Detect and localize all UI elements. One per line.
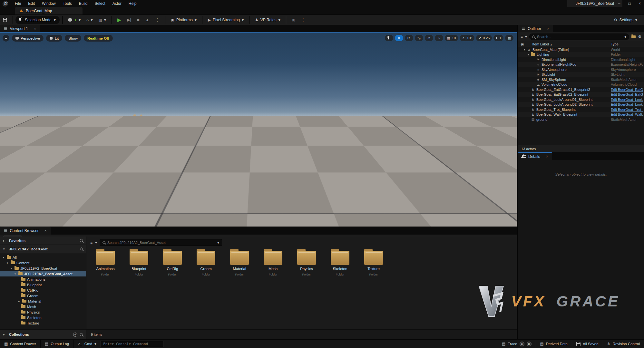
derived-data-button[interactable]: ▤ Derived Data <box>536 340 572 348</box>
angle-snap-button[interactable]: ∠ 10° <box>460 35 474 41</box>
stop-button[interactable]: ■ <box>134 16 142 24</box>
eye-icon[interactable]: ◉ <box>521 42 524 46</box>
tree-item-material[interactable]: ▸Material <box>0 298 86 304</box>
menu-select[interactable]: Select <box>91 0 109 7</box>
perspective-dropdown[interactable]: Perspective <box>12 35 44 42</box>
outliner-row-skysphere[interactable]: ◈SM_SkySphereStaticMeshActor <box>518 77 644 82</box>
outliner-search-input[interactable] <box>537 35 622 39</box>
outliner-row-volumetriccloud[interactable]: ☁VolumetricCloudVolumetricCloud <box>518 82 644 87</box>
pixel-streaming-dropdown[interactable]: ▶ Pixel Streaming ▾ <box>205 16 247 24</box>
close-button[interactable]: × <box>638 1 642 6</box>
chevron-down-icon[interactable]: ▾ <box>95 240 97 245</box>
viewport-options-button[interactable]: ≡ <box>3 35 9 42</box>
search-icon[interactable] <box>80 239 83 242</box>
tab-content-browser[interactable]: ▦ Content Browser × <box>0 227 51 235</box>
move-tool-button[interactable]: ✥ <box>395 35 403 41</box>
close-icon[interactable]: × <box>44 228 47 233</box>
menu-file[interactable]: File <box>11 0 24 7</box>
outliner-row-lookaround01[interactable]: ♟BoerGoat_LookAround01_BlueprintEdit Boe… <box>518 97 644 102</box>
favorites-section[interactable]: ▸ Favorites <box>0 237 86 245</box>
play-button[interactable]: ▶ <box>114 16 124 24</box>
outliner-row-lighting[interactable]: ▾LightingFolder <box>518 52 644 57</box>
outliner-row-skylight[interactable]: ☀SkyLightSkyLight <box>518 72 644 77</box>
folder-tile-material[interactable]: MaterialFolder <box>226 251 253 276</box>
search-icon[interactable] <box>80 247 83 250</box>
tree-item-animations[interactable]: Animations <box>0 276 86 282</box>
grid-snap-button[interactable]: ▦ 10 <box>445 35 458 41</box>
close-icon[interactable]: × <box>547 26 549 31</box>
menu-help[interactable]: Help <box>125 0 140 7</box>
cmd-dropdown[interactable]: >_ Cmd ▾ <box>73 340 168 348</box>
filter-icon[interactable]: ≡ <box>521 34 523 39</box>
outliner-row-trot[interactable]: ♟BoerGoat_Trot_BlueprintEdit BoerGoat_Tr… <box>518 107 644 112</box>
edit-blueprint-link[interactable]: Edit BoerGoat_EatGras <box>611 88 643 92</box>
output-log-button[interactable]: ▤ Output Log <box>41 340 73 348</box>
stage-monitor-button[interactable]: ▣ <box>289 16 298 24</box>
tab-outliner[interactable]: ☰ Outliner × <box>518 25 553 32</box>
column-item-label[interactable]: Item Label ▲ <box>524 42 552 46</box>
world-local-toggle[interactable]: ⊕ <box>425 35 433 41</box>
chevron-down-icon[interactable]: ▾ <box>217 240 219 245</box>
outliner-row-eatgrass01[interactable]: ♟BoerGoat_EatGrass01_Blueprint2Edit Boer… <box>518 87 644 92</box>
tree-item-mesh[interactable]: Mesh <box>0 304 86 309</box>
level-tab[interactable]: BoerGoat_Map <box>15 7 83 15</box>
folder-tile-animations[interactable]: AnimationsFolder <box>92 251 119 276</box>
gear-icon[interactable]: ⚙ <box>638 34 641 39</box>
menu-window[interactable]: Window <box>38 0 59 7</box>
asset-view[interactable]: ≡ ▾ ▾ AnimationsFolder BlueprintFolder <box>86 237 517 329</box>
tree-item-content[interactable]: ▾Content <box>0 260 86 266</box>
menu-tools[interactable]: Tools <box>59 0 75 7</box>
scale-snap-button[interactable]: ↗ 0.25 <box>476 35 492 41</box>
viewport-canvas[interactable]: ≡ Perspective Lit Show Realtime Off ✥ <box>0 32 517 227</box>
outliner-search-field[interactable]: ▾ <box>529 34 629 40</box>
outliner-row-skyatmosphere[interactable]: ☼SkyAtmosphereSkyAtmosphere <box>518 67 644 72</box>
edit-blueprint-link[interactable]: Edit BoerGoat_LookAr <box>611 102 643 106</box>
filter-icon[interactable]: ≡ <box>90 240 93 245</box>
trace-button[interactable]: ▤ Trace ◉ ▣ <box>498 340 536 348</box>
selection-mode-dropdown[interactable]: Selection Mode ▾ <box>15 16 60 24</box>
toolbar-overflow-button[interactable]: ⋮ <box>298 16 308 24</box>
menu-build[interactable]: Build <box>75 0 91 7</box>
cinematics-button[interactable]: ▥ ▾ <box>96 16 109 24</box>
console-command-input[interactable] <box>103 342 161 346</box>
outliner-row-walk[interactable]: ♟BoerGoat_Walk_BlueprintEdit BoerGoat_Wa… <box>518 112 644 117</box>
collections-section[interactable]: ▸ Collections + <box>0 329 86 339</box>
select-tool-button[interactable] <box>385 35 393 41</box>
tree-item-asset-selected[interactable]: ▾JF0L219A2_BoerGoat_Asset <box>0 271 86 276</box>
outliner-row-heightfog[interactable]: ≈ExponentialHeightFogExponentialHeightFo… <box>518 62 644 67</box>
close-icon[interactable]: × <box>34 26 36 31</box>
blueprints-button[interactable]: ∴ ▾ <box>83 16 96 24</box>
content-drawer-button[interactable]: ▦ Content Drawer <box>0 340 41 348</box>
camera-speed-button[interactable]: ⏵ 1 <box>493 35 503 41</box>
tree-item-ctrlrig[interactable]: CtrlRig <box>0 287 86 293</box>
chevron-down-icon[interactable]: ▾ <box>525 34 527 39</box>
eject-button[interactable]: ▲ <box>142 16 152 24</box>
surface-snap-button[interactable]: ∴ <box>435 35 443 41</box>
edit-blueprint-link[interactable]: Edit BoerGoat_EatGras <box>611 92 643 96</box>
show-dropdown[interactable]: Show <box>65 35 81 42</box>
chevron-down-icon[interactable]: ▾ <box>624 34 626 39</box>
tree-item-all[interactable]: ▾All <box>0 255 86 260</box>
outliner-row-ground[interactable]: ▤groundStaticMeshActor <box>518 117 644 122</box>
folder-tile-skeleton[interactable]: SkeletonFolder <box>327 251 353 276</box>
maximize-viewport-button[interactable]: ▦ <box>505 35 513 41</box>
tree-item-texture[interactable]: Texture <box>0 320 86 326</box>
folder-tile-texture[interactable]: TextureFolder <box>360 251 387 276</box>
outliner-row-eatgrass02[interactable]: ♟BoerGoat_EatGrass02_BlueprintEdit BoerG… <box>518 92 644 97</box>
menu-actor[interactable]: Actor <box>109 0 125 7</box>
edit-blueprint-link[interactable]: Edit BoerGoat_Walk_B <box>611 112 643 116</box>
tab-details[interactable]: Details × <box>518 152 552 160</box>
tree-item-physics[interactable]: Physics <box>0 309 86 315</box>
scale-tool-button[interactable]: ⤡ <box>415 35 423 41</box>
create-folder-icon[interactable] <box>631 35 636 38</box>
console-command-field[interactable] <box>101 341 163 347</box>
revision-control-button[interactable]: ⋔ Revision Control <box>603 340 644 348</box>
tree-item-project[interactable]: ▾JF0L219A2_BoerGoat <box>0 266 86 271</box>
menu-edit[interactable]: Edit <box>24 0 38 7</box>
outliner-row-directionallight[interactable]: ☀DirectionalLightDirectionalLight <box>518 57 644 62</box>
tree-item-blueprint[interactable]: Blueprint <box>0 282 86 287</box>
folder-tile-blueprint[interactable]: BlueprintFolder <box>126 251 152 276</box>
lit-dropdown[interactable]: Lit <box>46 35 62 42</box>
folder-tile-ctrlrig[interactable]: CtrlRigFolder <box>159 251 186 276</box>
settings-dropdown[interactable]: ⚙ Settings ▾ <box>611 16 640 24</box>
